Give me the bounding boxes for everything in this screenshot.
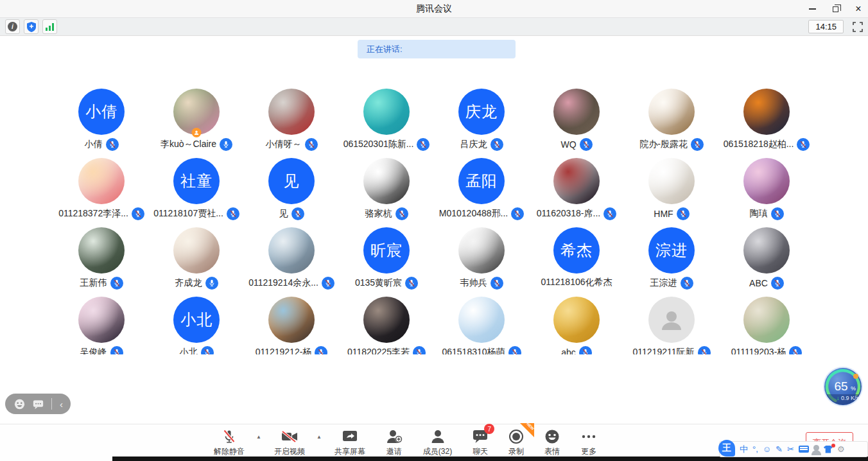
participant-tile[interactable]: WQ bbox=[529, 89, 624, 158]
toolbar-button-chat[interactable]: 7聊天 bbox=[473, 428, 488, 457]
participant-tile[interactable]: 希杰011218106化希杰 bbox=[529, 227, 624, 297]
caret-up-icon[interactable]: ▲ bbox=[256, 434, 261, 440]
toolbar-button-unmute[interactable]: 解除静音 bbox=[214, 428, 245, 457]
ime-handwriting-icon[interactable]: ✎ bbox=[776, 444, 783, 454]
participant-tile[interactable]: 061518310杨萌 bbox=[434, 297, 529, 354]
participant-tile[interactable]: 李kuò～Claire bbox=[149, 89, 244, 158]
participant-tile[interactable]: 011219211阮新 bbox=[624, 297, 719, 354]
participant-mic-muted-badge[interactable] bbox=[413, 346, 426, 354]
toolbar-button-more[interactable]: 更多 bbox=[580, 428, 597, 457]
participant-mic-muted-badge[interactable] bbox=[490, 277, 503, 290]
participant-mic-muted-badge[interactable] bbox=[771, 207, 784, 220]
participant-tile[interactable]: 韦帅兵 bbox=[434, 227, 529, 297]
toolbar-button-record[interactable]: NEW录制 bbox=[508, 428, 524, 457]
participant-mic-muted-badge[interactable] bbox=[677, 207, 690, 220]
participant-mic-muted-badge[interactable] bbox=[691, 138, 704, 151]
participant-tile[interactable]: 小倩小倩 bbox=[54, 89, 149, 158]
ime-mode-chinese-icon[interactable]: 中 bbox=[740, 444, 748, 455]
participant-tile[interactable]: 011218372李泽... bbox=[54, 158, 149, 227]
meeting-security-button[interactable] bbox=[24, 19, 39, 34]
participant-tile[interactable]: 小倩呀～ bbox=[244, 89, 339, 158]
participant-tile[interactable]: 齐成龙 bbox=[149, 227, 244, 297]
restore-button[interactable] bbox=[831, 4, 840, 13]
participant-mic-muted-badge[interactable] bbox=[579, 346, 592, 354]
participant-tile[interactable]: ABC bbox=[719, 227, 814, 297]
participant-mic-muted-badge[interactable] bbox=[603, 207, 616, 220]
participant-mic-muted-badge[interactable] bbox=[106, 138, 119, 151]
participant-mic-muted-badge[interactable] bbox=[511, 207, 524, 220]
participant-mic-muted-badge[interactable] bbox=[132, 207, 144, 220]
participant-tile[interactable]: 011219214余永... bbox=[244, 227, 339, 297]
participant-tile[interactable]: abc bbox=[529, 297, 624, 354]
participant-tile[interactable]: 庆龙吕庆龙 bbox=[434, 89, 529, 158]
network-quality-button[interactable] bbox=[42, 19, 57, 34]
participant-mic-muted-badge[interactable] bbox=[490, 138, 503, 151]
smiley-icon[interactable] bbox=[14, 399, 25, 410]
participant-mic-muted-badge[interactable] bbox=[305, 138, 318, 151]
ime-profile-icon[interactable] bbox=[813, 445, 819, 454]
ime-scissors-icon[interactable]: ✂ bbox=[787, 444, 794, 454]
participant-tile[interactable]: 见见 bbox=[244, 158, 339, 227]
participant-tile[interactable]: 社童011218107贾社... bbox=[149, 158, 244, 227]
participant-tile[interactable]: 061518218赵柏... bbox=[719, 89, 814, 158]
participant-tile[interactable]: 011620318-席... bbox=[529, 158, 624, 227]
collapse-chevron-icon[interactable]: ‹ bbox=[60, 399, 63, 409]
host-badge-icon bbox=[192, 128, 202, 137]
participant-mic-muted-badge[interactable] bbox=[771, 277, 784, 290]
participant-mic-muted-badge[interactable] bbox=[110, 346, 123, 354]
participant-mic-muted-badge[interactable] bbox=[291, 207, 304, 220]
participant-mic-muted-badge[interactable] bbox=[201, 346, 214, 354]
ime-punctuation-icon[interactable]: °, bbox=[752, 444, 758, 454]
ime-toolbar[interactable]: 王 中°,☺✎✂⚙ bbox=[719, 441, 868, 457]
meeting-info-button[interactable]: i bbox=[5, 19, 20, 34]
toolbar-button-members[interactable]: 成员(32) bbox=[423, 428, 452, 457]
toolbar-button-emoji[interactable]: 表情 bbox=[544, 428, 560, 457]
ime-settings-icon[interactable]: ⚙ bbox=[837, 444, 845, 454]
participant-mic-on-badge[interactable] bbox=[205, 277, 218, 290]
participant-mic-muted-badge[interactable] bbox=[417, 138, 430, 151]
participant-tile[interactable]: 昕宸0135黄昕宸 bbox=[339, 227, 434, 297]
participant-tile[interactable]: 小北小北 bbox=[149, 297, 244, 354]
participant-tile[interactable]: 院办-殷露花 bbox=[624, 89, 719, 158]
ime-skin-icon[interactable] bbox=[824, 446, 833, 453]
participant-mic-muted-badge[interactable] bbox=[681, 277, 693, 290]
toolbar-button-invite[interactable]: 邀请 bbox=[386, 428, 403, 457]
participant-tile[interactable]: 011219212-杨 bbox=[244, 297, 339, 354]
toolbar-button-share-screen[interactable]: 共享屏幕 bbox=[334, 428, 365, 457]
participant-tile[interactable]: 011119203-杨 bbox=[719, 297, 814, 354]
participant-mic-muted-badge[interactable] bbox=[789, 346, 802, 354]
participant-mic-muted-badge[interactable] bbox=[580, 138, 593, 151]
participant-tile[interactable]: 骆家杭 bbox=[339, 158, 434, 227]
ime-keyboard-icon[interactable] bbox=[799, 446, 809, 453]
participant-photo-avatar bbox=[363, 297, 410, 343]
participant-tile[interactable]: 吴俊峰 bbox=[54, 297, 149, 354]
fullscreen-icon[interactable] bbox=[853, 22, 863, 32]
participant-mic-muted-badge[interactable] bbox=[698, 346, 711, 354]
participant-tile[interactable]: 淙进王淙进 bbox=[624, 227, 719, 297]
participant-mic-on-badge[interactable] bbox=[220, 138, 232, 151]
ime-logo-icon[interactable]: 王 bbox=[718, 440, 735, 457]
network-speed-gauge[interactable]: 65 % ↓ 0.9 K/s bbox=[822, 366, 864, 407]
participant-tile[interactable]: HMF bbox=[624, 158, 719, 227]
participant-mic-muted-badge[interactable] bbox=[508, 346, 521, 354]
participant-tile[interactable]: 061520301陈新... bbox=[339, 89, 434, 158]
close-button[interactable]: × bbox=[854, 4, 863, 13]
toolbar-button-start-video[interactable]: 开启视频 bbox=[274, 428, 305, 457]
minimize-button[interactable] bbox=[808, 4, 817, 13]
participant-tile[interactable]: 王新伟 bbox=[54, 227, 149, 297]
participant-mic-muted-badge[interactable] bbox=[797, 138, 810, 151]
window-title: 腾讯会议 bbox=[416, 3, 452, 15]
message-icon[interactable] bbox=[33, 399, 44, 410]
participant-tile[interactable]: 011820225李若 bbox=[339, 297, 434, 354]
participant-mic-muted-badge[interactable] bbox=[322, 277, 334, 290]
participant-mic-muted-badge[interactable] bbox=[405, 277, 418, 290]
participant-tile[interactable]: 孟阳M010120488邢... bbox=[434, 158, 529, 227]
participant-mic-muted-badge[interactable] bbox=[395, 207, 408, 220]
caret-up-icon[interactable]: ▲ bbox=[317, 434, 322, 440]
participant-tile[interactable]: 陶瑱 bbox=[719, 158, 814, 227]
participant-mic-muted-badge[interactable] bbox=[315, 346, 327, 354]
participant-mic-muted-badge[interactable] bbox=[227, 207, 239, 220]
quick-actions-pill[interactable]: ‹ bbox=[5, 394, 71, 414]
ime-emoji-icon[interactable]: ☺ bbox=[763, 444, 771, 454]
participant-mic-muted-badge[interactable] bbox=[110, 277, 123, 290]
